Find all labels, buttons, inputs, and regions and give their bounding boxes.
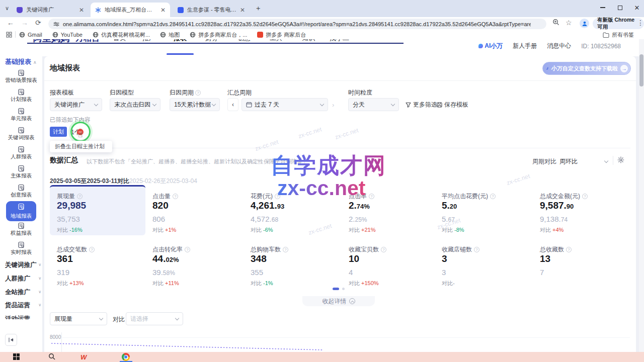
sidebar-item-plan-report[interactable]: 计划报表 (0, 88, 42, 103)
window-maximize-button[interactable] (612, 0, 628, 15)
taskbar-chrome-icon[interactable] (122, 353, 130, 361)
sidebar-item-realtime-report[interactable]: 实时报表 (0, 241, 42, 256)
help-icon[interactable] (582, 194, 588, 199)
help-icon[interactable] (89, 247, 95, 252)
bookmark-youtube[interactable]: YouTube (52, 32, 83, 38)
cycle-dropdown[interactable]: 15天累计数据 (170, 98, 220, 111)
tab-search-chevron-icon[interactable]: ∨ (5, 5, 9, 12)
bookmark-map[interactable]: 地图 (160, 31, 180, 39)
gear-icon[interactable] (617, 156, 624, 165)
chrome-update-chip[interactable]: 有新版 Chrome 可用 (593, 18, 644, 29)
bookmark-pdd-1[interactable]: 拼多多商家后台，... (190, 31, 247, 39)
chevron-down-icon: ∨ (38, 262, 41, 267)
metric-card-gmv[interactable]: 总成交金额(元) 9,587.90 9,138.74 对比 +4% (540, 192, 633, 234)
site-settings-icon[interactable] (53, 21, 59, 27)
browser-tab-1[interactable]: 关键词推广 ✕ (12, 3, 89, 17)
collapse-sidebar-icon (8, 337, 14, 343)
sidebar-group-goods-ops[interactable]: 货品运营∨ (5, 301, 40, 310)
metric-card-carts[interactable]: 总购物车数 348 355 对比 -1% (251, 245, 344, 288)
taskbar-wps-icon[interactable]: W (80, 353, 87, 361)
sidebar-item-audience-report[interactable]: 人群报表 (0, 146, 42, 160)
granularity-dropdown[interactable]: 分天 (348, 98, 399, 111)
sidebar-item-creative-report[interactable]: 创意报表 (0, 184, 42, 199)
carousel-dot-active[interactable] (333, 288, 339, 290)
window-minimize-button[interactable] (595, 0, 611, 15)
profile-avatar[interactable] (580, 19, 589, 28)
browser-menu-icon[interactable]: ⋮ (637, 19, 644, 27)
chevron-down-icon: ∨ (38, 276, 41, 281)
sidebar-item-subject-report[interactable]: 主体报表 (0, 165, 42, 179)
period-next-button[interactable]: › (332, 101, 334, 109)
taskbar-search-icon[interactable] (48, 353, 55, 362)
sidebar-group-audience-promo[interactable]: 人群推广∨ (5, 275, 40, 283)
sidebar-collapse-button[interactable] (5, 334, 17, 346)
sidebar-item-keyword-report[interactable]: 关键词报表 (0, 127, 42, 141)
zoom-icon[interactable] (552, 19, 559, 27)
help-icon[interactable] (195, 90, 201, 96)
help-icon[interactable] (490, 194, 496, 199)
sidebar-group-activity-ops-cut[interactable]: 活动运营 (5, 315, 40, 319)
bookmark-pdd-2[interactable]: 拼多多 商家后台 (257, 31, 306, 39)
period-prev-button[interactable]: ‹ (227, 98, 238, 111)
browser-tab-3[interactable]: 生意参谋 - 零售电商大数据产... ✕ (173, 3, 250, 17)
tab-close-icon[interactable]: ✕ (160, 7, 166, 13)
help-icon[interactable] (566, 247, 572, 252)
help-icon[interactable] (369, 194, 374, 199)
bookmark-gmail[interactable]: Gmail (19, 32, 42, 38)
promo-download-button[interactable]: 小万自定义查数支持下载啦 → (542, 62, 631, 75)
help-icon[interactable] (283, 247, 288, 252)
reload-icon[interactable]: ⟳ (35, 19, 41, 27)
sidebar-item-region-report-selected[interactable]: 地域报表 (6, 201, 36, 221)
sidebar-item-marketing-scene-report[interactable]: 营销场景报表 (0, 69, 42, 84)
metric-card-clicks[interactable]: 点击量 820 806 对比 +1% (152, 192, 246, 234)
template-dropdown[interactable]: 关键词推广 (50, 98, 102, 111)
help-icon[interactable] (474, 247, 479, 252)
sidebar-item-rights-report[interactable]: 权益报表 (0, 222, 42, 237)
chart-metric-dropdown[interactable]: 展现量 (50, 312, 107, 325)
address-bar[interactable]: one.alimama.com/index.html?spm=a21dvs.28… (48, 19, 546, 29)
sidebar-group-keyword-promo[interactable]: 关键词推广∨ (5, 261, 40, 269)
help-icon[interactable] (173, 194, 178, 199)
metric-card-avg-cpc[interactable]: 平均点击花费(元) 5.20 5.67 对比 -8% (442, 192, 535, 234)
tab-close-icon[interactable]: ✕ (79, 7, 84, 13)
metric-card-ctr[interactable]: 点击率 2.74% 2.25% 对比 +21% (349, 192, 442, 234)
filter-label-model: 归因模型 (110, 88, 134, 97)
window-close-button[interactable]: ✕ (629, 0, 644, 15)
collapse-details-button[interactable]: 收起详情 (302, 296, 375, 306)
metric-card-cvr[interactable]: 点击转化率 44.02% 39.58% 对比 +11% (152, 245, 246, 288)
metric-card-orders[interactable]: 总成交笔数 361 319 对比 +13% (57, 245, 150, 288)
sidebar-item-unit-report[interactable]: 单元报表 (0, 108, 42, 122)
help-icon[interactable] (381, 247, 386, 252)
more-filters-button[interactable]: 更多筛选 (406, 101, 437, 109)
back-icon[interactable]: ← (7, 19, 14, 27)
help-icon[interactable] (185, 247, 190, 252)
compare-dropdown[interactable]: 周环比 (559, 157, 608, 166)
bookmark-star-icon[interactable]: ☆ (566, 19, 572, 27)
save-template-button[interactable]: 保存模板 (437, 101, 468, 109)
help-icon[interactable] (275, 194, 280, 199)
plan-tooltip[interactable]: 折叠生日帽主推计划 (50, 141, 112, 152)
forward-icon[interactable]: → (21, 19, 28, 27)
apps-grid-icon[interactable] (6, 31, 12, 39)
metric-card-shop-favs[interactable]: 收藏店铺数 3 3 对比- (442, 245, 535, 288)
model-dropdown[interactable]: 末次点击归因 (110, 98, 160, 111)
sidebar-section-basic-reports[interactable]: 基础报表∧ (5, 57, 42, 66)
bookmark-sakura[interactable]: 仿真樱花树桃花树... (93, 31, 150, 39)
metric-card-total-favs[interactable]: 总收藏数 13 7 (540, 245, 633, 288)
plan-tag[interactable]: 计划 (50, 127, 67, 137)
browser-tab-2-active[interactable]: 地域报表_万相台无界版 ✕ (91, 3, 170, 17)
windows-start-button[interactable] (13, 353, 20, 360)
new-tab-button[interactable]: ＋ (255, 4, 262, 13)
metric-card-impressions[interactable]: 展现量 29,985 35,753 对比 -16% (57, 192, 150, 234)
scrollbar-thumb[interactable] (639, 54, 643, 86)
chevron-down-icon (604, 159, 608, 163)
sidebar-group-sitewide-promo[interactable]: 全站推广∨ (5, 288, 40, 297)
all-bookmarks-button[interactable]: 所有书签 (603, 30, 634, 39)
help-icon[interactable] (77, 194, 83, 199)
carousel-dot[interactable] (342, 288, 345, 290)
metric-card-cost[interactable]: 花费(元) 4,261.93 4,572.68 对比 -6% (251, 192, 344, 234)
chart-compare-dropdown[interactable]: 请选择 (126, 312, 183, 325)
period-date-picker[interactable]: 过去 7 天 (242, 98, 328, 111)
tab-close-icon[interactable]: ✕ (240, 7, 245, 13)
metric-card-item-favs[interactable]: 收藏宝贝数 10 4 对比 +150% (349, 245, 442, 288)
